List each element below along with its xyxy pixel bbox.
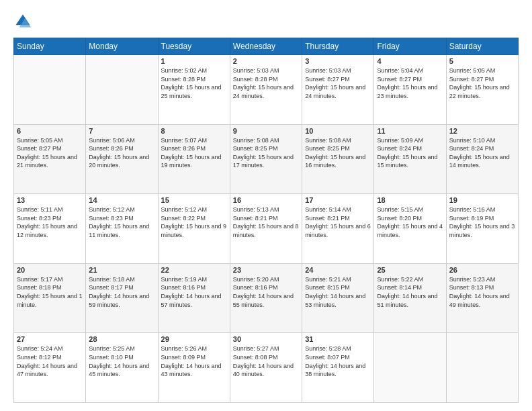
calendar-week-row: 20Sunrise: 5:17 AM Sunset: 8:18 PM Dayli…	[14, 263, 519, 333]
calendar-week-row: 1Sunrise: 5:02 AM Sunset: 8:28 PM Daylig…	[14, 55, 519, 125]
day-info: Sunrise: 5:08 AM Sunset: 8:25 PM Dayligh…	[233, 136, 299, 170]
calendar-cell: 5Sunrise: 5:05 AM Sunset: 8:27 PM Daylig…	[446, 55, 518, 125]
day-number: 9	[233, 127, 299, 135]
page: SundayMondayTuesdayWednesdayThursdayFrid…	[0, 0, 532, 411]
day-number: 24	[305, 266, 371, 274]
day-info: Sunrise: 5:28 AM Sunset: 8:07 PM Dayligh…	[305, 345, 371, 378]
day-info: Sunrise: 5:12 AM Sunset: 8:22 PM Dayligh…	[161, 205, 227, 239]
calendar-cell: 22Sunrise: 5:19 AM Sunset: 8:16 PM Dayli…	[158, 263, 230, 333]
day-info: Sunrise: 5:03 AM Sunset: 8:27 PM Dayligh…	[305, 66, 371, 100]
calendar-week-row: 13Sunrise: 5:11 AM Sunset: 8:23 PM Dayli…	[14, 194, 519, 264]
day-number: 19	[449, 196, 515, 204]
day-number: 7	[89, 127, 154, 135]
day-info: Sunrise: 5:23 AM Sunset: 8:13 PM Dayligh…	[449, 275, 515, 309]
calendar-table: SundayMondayTuesdayWednesdayThursdayFrid…	[13, 38, 519, 403]
day-info: Sunrise: 5:03 AM Sunset: 8:28 PM Dayligh…	[233, 66, 299, 100]
day-info: Sunrise: 5:13 AM Sunset: 8:21 PM Dayligh…	[233, 205, 299, 239]
day-number: 14	[89, 196, 154, 204]
calendar-cell: 8Sunrise: 5:07 AM Sunset: 8:26 PM Daylig…	[158, 124, 230, 194]
day-info: Sunrise: 5:24 AM Sunset: 8:12 PM Dayligh…	[17, 345, 83, 378]
day-number: 10	[305, 127, 371, 135]
day-info: Sunrise: 5:25 AM Sunset: 8:10 PM Dayligh…	[89, 345, 154, 378]
day-info: Sunrise: 5:18 AM Sunset: 8:17 PM Dayligh…	[89, 275, 154, 309]
calendar-cell: 31Sunrise: 5:28 AM Sunset: 8:07 PM Dayli…	[302, 333, 374, 403]
day-number: 11	[377, 127, 443, 135]
day-info: Sunrise: 5:05 AM Sunset: 8:27 PM Dayligh…	[17, 136, 83, 170]
day-number: 31	[305, 335, 371, 343]
day-number: 17	[305, 196, 371, 204]
calendar-cell: 27Sunrise: 5:24 AM Sunset: 8:12 PM Dayli…	[14, 333, 86, 403]
calendar-cell: 11Sunrise: 5:09 AM Sunset: 8:24 PM Dayli…	[374, 124, 446, 194]
day-info: Sunrise: 5:10 AM Sunset: 8:24 PM Dayligh…	[449, 136, 515, 170]
day-number: 5	[449, 57, 515, 65]
calendar-cell: 3Sunrise: 5:03 AM Sunset: 8:27 PM Daylig…	[302, 55, 374, 125]
calendar-header-row: SundayMondayTuesdayWednesdayThursdayFrid…	[14, 38, 519, 55]
day-info: Sunrise: 5:07 AM Sunset: 8:26 PM Dayligh…	[161, 136, 227, 170]
calendar-cell: 2Sunrise: 5:03 AM Sunset: 8:28 PM Daylig…	[230, 55, 302, 125]
weekday-header-saturday: Saturday	[446, 38, 518, 55]
day-number: 21	[89, 266, 154, 274]
calendar-week-row: 27Sunrise: 5:24 AM Sunset: 8:12 PM Dayli…	[14, 333, 519, 403]
day-info: Sunrise: 5:15 AM Sunset: 8:20 PM Dayligh…	[377, 205, 443, 239]
weekday-header-thursday: Thursday	[302, 38, 374, 55]
day-number: 29	[161, 335, 227, 343]
day-info: Sunrise: 5:27 AM Sunset: 8:08 PM Dayligh…	[233, 345, 299, 378]
day-number: 27	[17, 335, 83, 343]
calendar-cell: 6Sunrise: 5:05 AM Sunset: 8:27 PM Daylig…	[14, 124, 86, 194]
day-number: 6	[17, 127, 83, 135]
day-number: 20	[17, 266, 83, 274]
day-info: Sunrise: 5:21 AM Sunset: 8:15 PM Dayligh…	[305, 275, 371, 309]
day-number: 8	[161, 127, 227, 135]
day-number: 16	[233, 196, 299, 204]
calendar-cell: 1Sunrise: 5:02 AM Sunset: 8:28 PM Daylig…	[158, 55, 230, 125]
day-number: 26	[449, 266, 515, 274]
calendar-cell: 4Sunrise: 5:04 AM Sunset: 8:27 PM Daylig…	[374, 55, 446, 125]
day-number: 25	[377, 266, 443, 274]
day-info: Sunrise: 5:20 AM Sunset: 8:16 PM Dayligh…	[233, 275, 299, 309]
calendar-week-row: 6Sunrise: 5:05 AM Sunset: 8:27 PM Daylig…	[14, 124, 519, 194]
calendar-cell	[374, 333, 446, 403]
calendar-cell: 9Sunrise: 5:08 AM Sunset: 8:25 PM Daylig…	[230, 124, 302, 194]
calendar-cell: 13Sunrise: 5:11 AM Sunset: 8:23 PM Dayli…	[14, 194, 86, 264]
day-number: 23	[233, 266, 299, 274]
day-info: Sunrise: 5:19 AM Sunset: 8:16 PM Dayligh…	[161, 275, 227, 309]
calendar-cell: 25Sunrise: 5:22 AM Sunset: 8:14 PM Dayli…	[374, 263, 446, 333]
day-number: 3	[305, 57, 371, 65]
weekday-header-friday: Friday	[374, 38, 446, 55]
day-info: Sunrise: 5:11 AM Sunset: 8:23 PM Dayligh…	[17, 205, 83, 239]
day-number: 13	[17, 196, 83, 204]
day-number: 15	[161, 196, 227, 204]
day-number: 30	[233, 335, 299, 343]
header	[13, 12, 519, 31]
calendar-cell: 21Sunrise: 5:18 AM Sunset: 8:17 PM Dayli…	[86, 263, 158, 333]
weekday-header-monday: Monday	[86, 38, 158, 55]
day-number: 12	[449, 127, 515, 135]
weekday-header-tuesday: Tuesday	[158, 38, 230, 55]
day-info: Sunrise: 5:22 AM Sunset: 8:14 PM Dayligh…	[377, 275, 443, 309]
day-info: Sunrise: 5:14 AM Sunset: 8:21 PM Dayligh…	[305, 205, 371, 239]
day-info: Sunrise: 5:04 AM Sunset: 8:27 PM Dayligh…	[377, 66, 443, 100]
logo	[13, 12, 35, 31]
calendar-cell	[86, 55, 158, 125]
calendar-cell: 26Sunrise: 5:23 AM Sunset: 8:13 PM Dayli…	[446, 263, 518, 333]
calendar-cell: 10Sunrise: 5:08 AM Sunset: 8:25 PM Dayli…	[302, 124, 374, 194]
day-number: 22	[161, 266, 227, 274]
day-info: Sunrise: 5:02 AM Sunset: 8:28 PM Dayligh…	[161, 66, 227, 100]
calendar-cell: 12Sunrise: 5:10 AM Sunset: 8:24 PM Dayli…	[446, 124, 518, 194]
calendar-cell	[14, 55, 86, 125]
day-number: 18	[377, 196, 443, 204]
calendar-cell: 23Sunrise: 5:20 AM Sunset: 8:16 PM Dayli…	[230, 263, 302, 333]
day-number: 28	[89, 335, 154, 343]
calendar-cell: 15Sunrise: 5:12 AM Sunset: 8:22 PM Dayli…	[158, 194, 230, 264]
calendar-cell: 18Sunrise: 5:15 AM Sunset: 8:20 PM Dayli…	[374, 194, 446, 264]
day-info: Sunrise: 5:08 AM Sunset: 8:25 PM Dayligh…	[305, 136, 371, 170]
logo-icon	[13, 12, 32, 31]
day-info: Sunrise: 5:17 AM Sunset: 8:18 PM Dayligh…	[17, 275, 83, 309]
calendar-cell: 17Sunrise: 5:14 AM Sunset: 8:21 PM Dayli…	[302, 194, 374, 264]
day-info: Sunrise: 5:12 AM Sunset: 8:23 PM Dayligh…	[89, 205, 154, 239]
calendar-cell: 14Sunrise: 5:12 AM Sunset: 8:23 PM Dayli…	[86, 194, 158, 264]
calendar-cell: 7Sunrise: 5:06 AM Sunset: 8:26 PM Daylig…	[86, 124, 158, 194]
calendar-cell: 29Sunrise: 5:26 AM Sunset: 8:09 PM Dayli…	[158, 333, 230, 403]
day-number: 4	[377, 57, 443, 65]
calendar-cell: 24Sunrise: 5:21 AM Sunset: 8:15 PM Dayli…	[302, 263, 374, 333]
